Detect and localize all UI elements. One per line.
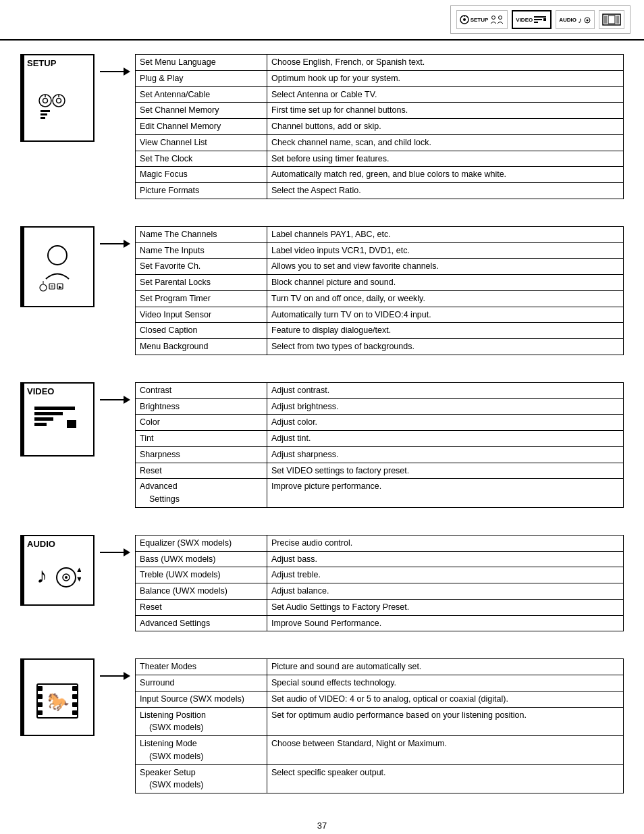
menu-item: Advanced Settings	[136, 615, 267, 631]
person-icon-inner: ▶	[34, 242, 81, 298]
setup-bar	[22, 55, 24, 140]
table-row: Speaker Setup (SWX models) Select specif…	[136, 764, 624, 793]
menu-item: Name The Inputs	[136, 242, 267, 259]
svg-rect-34	[34, 412, 63, 415]
video-box-label: VIDEO	[27, 386, 54, 396]
svg-point-41	[65, 576, 68, 579]
svg-rect-46	[37, 694, 43, 699]
table-row: Tint Adjust tint.	[136, 431, 624, 447]
table-row: Brightness Adjust brightness.	[136, 398, 624, 415]
svg-rect-47	[37, 702, 43, 707]
menu-item: Set The Clock	[136, 151, 267, 167]
menu-item: Set Antenna/Cable	[136, 86, 267, 103]
table-row: Treble (UWX models) Adjust treble.	[136, 567, 624, 583]
menu-desc: Select from two types of backgrounds.	[267, 339, 624, 355]
menu-desc: Automatically turn TV on to VIDEO:4 inpu…	[267, 307, 624, 323]
menu-item: Edit Channel Memory	[136, 119, 267, 135]
svg-rect-37	[67, 420, 76, 428]
person-bar	[22, 228, 24, 306]
svg-text:▼: ▼	[76, 575, 81, 583]
table-row: Set Channel Memory First time set up for…	[136, 103, 624, 119]
setup-people-icon	[489, 15, 504, 24]
person-section: ▶ Name The Channels Label channels PAY1,…	[20, 226, 624, 355]
menu-desc: Select Antenna or Cable TV.	[267, 86, 624, 103]
table-row: Sharpness Adjust sharpness.	[136, 446, 624, 463]
svg-rect-52	[72, 710, 78, 715]
menu-desc: Adjust treble.	[267, 567, 624, 583]
table-row: Bass (UWX models) Adjust bass.	[136, 551, 624, 567]
surround-icon-box: 🐎	[20, 658, 95, 736]
setup-icon-box: SETUP	[20, 54, 95, 142]
svg-rect-45	[37, 686, 43, 691]
audio-note-icon: ♪	[578, 15, 591, 24]
table-row: View Channel List Check channel name, sc…	[136, 134, 624, 151]
film-icon-group	[599, 10, 624, 29]
table-row: Name The Channels Label channels PAY1, A…	[136, 226, 624, 242]
menu-item: Equalizer (SWX models)	[136, 535, 267, 551]
menu-desc: Set for optimum audio performance based …	[267, 707, 624, 736]
menu-desc: Special sound effects technology.	[267, 675, 624, 692]
menu-desc: Set VIDEO settings to factory preset.	[267, 463, 624, 479]
table-row: Picture Formats Select the Aspect Ratio.	[136, 183, 624, 199]
film-strip-icon	[602, 14, 621, 26]
menu-item: Theater Modes	[136, 659, 267, 675]
svg-rect-7	[534, 22, 538, 23]
menu-desc: Improve picture performance.	[267, 479, 624, 508]
video-bar	[22, 384, 24, 455]
table-row: Video Input Sensor Automatically turn TV…	[136, 307, 624, 323]
person-svg: ▶	[34, 242, 81, 296]
table-row: Set Favorite Ch. Allows you to set and v…	[136, 259, 624, 275]
menu-desc: Set audio of VIDEO: 4 or 5 to analog, op…	[267, 691, 624, 707]
person-arrow	[95, 226, 135, 248]
audio-icon-box: AUDIO ♪ ▲ ▼	[20, 535, 95, 606]
svg-rect-14	[608, 16, 615, 24]
menu-desc: Set Audio Settings to Factory Preset.	[267, 599, 624, 615]
surround-arrow	[95, 658, 135, 680]
menu-item: Magic Focus	[136, 167, 267, 183]
menu-desc: Label channels PAY1, ABC, etc.	[267, 226, 624, 242]
menu-desc: Adjust brightness.	[267, 398, 624, 415]
menu-desc: Adjust balance.	[267, 583, 624, 600]
menu-item: Reset	[136, 463, 267, 479]
table-row: Equalizer (SWX models) Precise audio con…	[136, 535, 624, 551]
menu-item: Menu Background	[136, 339, 267, 355]
menu-item: Listening Position (SWX models)	[136, 707, 267, 736]
audio-bar	[22, 536, 24, 604]
setup-section: SETUP	[20, 54, 624, 199]
audio-box-label: AUDIO	[27, 539, 55, 549]
table-row: Set The Clock Set before using timer fea…	[136, 151, 624, 167]
table-row: Edit Channel Memory Channel buttons, add…	[136, 119, 624, 135]
table-row: Surround Special sound effects technolog…	[136, 675, 624, 692]
svg-text:▶: ▶	[59, 285, 62, 289]
menu-desc: Check channel name, scan, and child lock…	[267, 134, 624, 151]
svg-rect-36	[34, 423, 47, 426]
table-row: Reset Set Audio Settings to Factory Pres…	[136, 599, 624, 615]
svg-point-25	[48, 246, 67, 265]
menu-item: Reset	[136, 599, 267, 615]
menu-item: Bass (UWX models)	[136, 551, 267, 567]
menu-item: Advanced Settings	[136, 479, 267, 508]
menu-item: Closed Caption	[136, 323, 267, 339]
table-row: Color Adjust color.	[136, 415, 624, 431]
menu-item: Surround	[136, 675, 267, 692]
table-row: Listening Position (SWX models) Set for …	[136, 707, 624, 736]
menu-desc: Select the Aspect Ratio.	[267, 183, 624, 199]
video-bars-icon	[534, 15, 547, 24]
menu-desc: Improve Sound Performance.	[267, 615, 624, 631]
video-menu-table: Contrast Adjust contrast. Brightness Adj…	[135, 382, 624, 508]
video-section: VIDEO Contrast A	[20, 382, 624, 508]
svg-text:▲: ▲	[76, 565, 81, 573]
svg-rect-6	[534, 19, 542, 20]
menu-desc: Channel buttons, add or skip.	[267, 119, 624, 135]
menu-item: Plug & Play	[136, 70, 267, 86]
menu-item: Brightness	[136, 398, 267, 415]
svg-point-11	[587, 20, 589, 22]
menu-desc: Label video inputs VCR1, DVD1, etc.	[267, 242, 624, 259]
setup-icon-group: SETUP	[456, 10, 508, 29]
table-row: Set Menu Language Choose English, French…	[136, 55, 624, 71]
menu-item: Video Input Sensor	[136, 307, 267, 323]
table-row: Set Parental Locks Block channel picture…	[136, 275, 624, 291]
svg-rect-51	[72, 702, 78, 707]
menu-desc: Automatically match red, green, and blue…	[267, 167, 624, 183]
top-icons-box: SETUP VIDEO AUDIO ♪	[450, 5, 630, 34]
